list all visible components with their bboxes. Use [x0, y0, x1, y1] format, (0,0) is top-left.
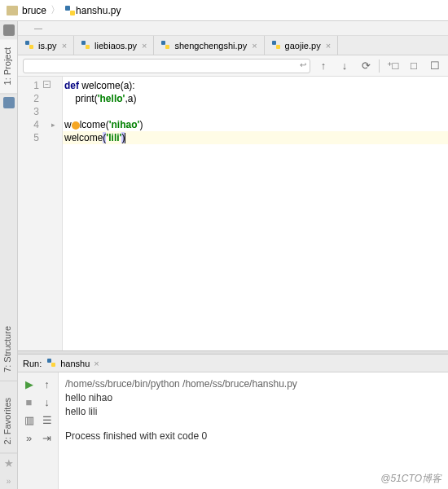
scroll-up-icon[interactable]: ↑	[39, 376, 55, 392]
output-line: Process finished with exit code 0	[65, 430, 441, 443]
python-icon	[160, 40, 171, 51]
close-icon[interactable]: ×	[326, 41, 331, 51]
output-line: hello nihao	[65, 391, 441, 405]
line-number: 2	[18, 92, 62, 105]
code-area[interactable]: def welcome(a): print('hello',a) wlcome(…	[63, 77, 448, 350]
tab-label: liebiaos.py	[94, 41, 137, 51]
tab-gaojie[interactable]: gaojie.py ×	[265, 36, 338, 55]
bookmark-icon[interactable]	[3, 97, 15, 108]
svg-rect-11	[51, 363, 55, 367]
line-number: 4	[18, 118, 62, 131]
svg-rect-2	[25, 41, 29, 45]
python-icon	[64, 5, 76, 16]
star-icon[interactable]: ★	[0, 453, 17, 474]
tab-label: gaojie.py	[285, 41, 321, 51]
refresh-icon[interactable]: ⟳	[358, 58, 374, 74]
line-number-gutter: 1− 2 3 4 5	[18, 77, 63, 350]
scroll-down-icon[interactable]: ↓	[39, 394, 55, 410]
breadcrumb: bruce 〉 hanshu.py	[0, 0, 448, 21]
tab-label: shengchengshi.py	[174, 41, 247, 51]
close-icon[interactable]: ×	[94, 359, 99, 368]
project-toolbar: —	[18, 21, 448, 36]
keyword: def	[64, 80, 79, 91]
lightbulb-icon[interactable]	[72, 121, 80, 130]
fold-icon[interactable]: −	[43, 81, 51, 88]
breadcrumb-file[interactable]: hanshu.py	[76, 5, 121, 16]
down-arrow-icon[interactable]: ↓	[336, 58, 353, 74]
run-toolbar: ▶ ↑ ■ ↓ ▥ ☰ » ⇥	[18, 372, 59, 489]
svg-rect-9	[276, 45, 280, 49]
svg-rect-0	[65, 6, 70, 11]
run-label: Run:	[23, 359, 42, 368]
editor-tabs: is.py × liebiaos.py × shengchengshi.py ×…	[18, 36, 448, 55]
run-panel: Run: hanshu × ▶ ↑ ■ ↓ ▥ ☰	[18, 355, 448, 489]
svg-rect-6	[161, 41, 165, 45]
text-cursor	[125, 133, 125, 143]
code-editor[interactable]: 1− 2 3 4 5 def welcome(a): print('hello'…	[18, 77, 448, 350]
left-tool-window-bar: 1: Project 7: Structure 2: Favorites ★ »	[0, 21, 18, 489]
collapse-icon[interactable]: —	[34, 24, 42, 33]
project-tab[interactable]: 1: Project	[0, 39, 17, 94]
search-input[interactable]	[23, 59, 310, 73]
close-icon[interactable]: ×	[62, 41, 67, 51]
svg-rect-3	[29, 45, 33, 49]
close-icon[interactable]: ×	[252, 41, 257, 51]
wrap-icon[interactable]: ☰	[39, 412, 55, 428]
close-icon[interactable]: ×	[142, 41, 147, 51]
python-icon	[46, 358, 57, 368]
tab-shengchengshi[interactable]: shengchengshi.py ×	[154, 36, 264, 55]
more-icon[interactable]: »	[0, 474, 17, 489]
up-arrow-icon[interactable]: ↑	[315, 58, 332, 74]
chevron-icon: 〉	[51, 3, 60, 17]
add-selection-icon[interactable]: ⁺□	[384, 58, 401, 74]
python-icon	[271, 40, 282, 51]
structure-tab[interactable]: 7: Structure	[0, 318, 17, 381]
tab-liebiaos[interactable]: liebiaos.py ×	[74, 36, 154, 55]
python-icon	[24, 40, 35, 51]
svg-rect-4	[81, 41, 86, 45]
tab-label: is.py	[38, 41, 57, 51]
more-icon[interactable]: »	[21, 430, 37, 446]
svg-rect-7	[165, 45, 169, 49]
hide-icon[interactable]	[3, 24, 15, 36]
run-header: Run: hanshu ×	[18, 355, 448, 372]
play-icon[interactable]: ▶	[21, 376, 37, 392]
svg-rect-5	[86, 45, 90, 49]
search-toolbar: ↑ ↓ ⟳ ⁺□ □ ☐	[18, 55, 448, 77]
line-number: 3	[18, 105, 62, 118]
line-number: 1−	[18, 79, 62, 92]
python-icon	[81, 40, 91, 51]
output-line: /home/ss/bruce/bin/python /home/ss/bruce…	[65, 377, 441, 391]
layout-icon[interactable]: ▥	[21, 412, 37, 428]
svg-rect-10	[47, 359, 51, 363]
select-all-icon[interactable]: ☐	[427, 58, 443, 74]
stop-icon[interactable]: ■	[21, 394, 37, 410]
svg-rect-8	[272, 41, 276, 45]
watermark: @51CTO博客	[380, 472, 441, 486]
tab-is[interactable]: is.py ×	[18, 36, 74, 55]
export-icon[interactable]: ⇥	[39, 430, 55, 446]
breadcrumb-folder[interactable]: bruce	[22, 5, 46, 16]
favorites-tab[interactable]: 2: Favorites	[0, 390, 17, 453]
svg-rect-1	[70, 11, 75, 15]
folder-icon	[7, 6, 18, 15]
unselect-icon[interactable]: □	[406, 58, 422, 74]
run-tab-label[interactable]: hanshu	[60, 359, 90, 368]
line-number: 5	[18, 131, 62, 144]
output-line: hello lili	[65, 405, 441, 419]
